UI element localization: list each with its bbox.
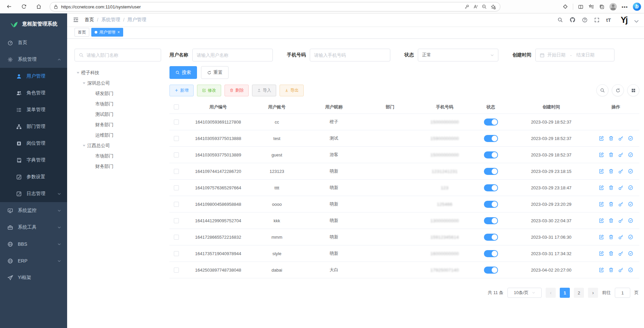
tag-home[interactable]: 首页 — [75, 28, 89, 37]
row-checkbox[interactable] — [174, 218, 179, 223]
github-icon[interactable] — [569, 17, 576, 23]
phone-input[interactable] — [314, 53, 386, 58]
collapse-sidebar-icon[interactable] — [72, 16, 79, 23]
edit-icon[interactable] — [599, 234, 604, 240]
delete-icon[interactable] — [608, 136, 614, 141]
delete-icon[interactable] — [608, 251, 614, 256]
table-row[interactable]: 1641030593775013888 test 测试 15900000000 … — [169, 130, 639, 147]
row-checkbox[interactable] — [174, 169, 179, 174]
sidebar-item-system[interactable]: 系统管理 — [0, 51, 67, 68]
assign-role-icon[interactable] — [628, 234, 633, 240]
favorite-star-icon[interactable] — [490, 4, 496, 10]
tag-user-management[interactable]: 用户管理 — [91, 28, 123, 37]
phone-field[interactable] — [310, 49, 390, 61]
reset-password-icon[interactable] — [618, 152, 624, 157]
next-page-button[interactable] — [588, 288, 598, 298]
status-toggle[interactable] — [484, 151, 498, 158]
assign-role-icon[interactable] — [628, 136, 633, 141]
row-checkbox[interactable] — [174, 235, 179, 240]
modify-button[interactable]: 修改 — [197, 85, 221, 96]
tree-node[interactable]: 研发部门 — [75, 88, 161, 99]
table-row[interactable]: 1641097576365297664 tttt 萌新 123 2023-03-… — [169, 180, 639, 196]
table-row[interactable]: 1641030593775013889 guest 游客 15000000000… — [169, 147, 639, 163]
column-settings-button[interactable] — [627, 84, 639, 96]
dept-search-box[interactable] — [75, 49, 161, 61]
date-range-picker[interactable]: 开始日期 - 结束日期 — [535, 49, 614, 61]
status-toggle[interactable] — [484, 234, 498, 241]
status-toggle[interactable] — [484, 168, 498, 175]
sidebar-item-monitoring[interactable]: 系统监控 — [0, 202, 67, 219]
tree-node[interactable]: 测试部门 — [75, 109, 161, 120]
page-button-2[interactable]: 2 — [574, 288, 584, 298]
delete-icon[interactable] — [608, 218, 614, 223]
sidebar-item-users[interactable]: 用户管理 — [0, 68, 67, 85]
sidebar-item-bbs[interactable]: BBS — [0, 236, 67, 252]
delete-button[interactable]: 删除 — [225, 85, 249, 96]
table-row[interactable]: 1641030593691127808 cc 橙子 15000000000 20… — [169, 114, 639, 130]
assign-role-icon[interactable] — [628, 267, 633, 273]
table-refresh-button[interactable] — [612, 84, 624, 96]
status-toggle[interactable] — [484, 250, 498, 257]
tree-node[interactable]: 财务部门 — [75, 161, 161, 172]
assign-role-icon[interactable] — [628, 169, 633, 174]
username-field[interactable] — [192, 49, 273, 61]
table-row[interactable]: 1641735719040978944 style 萌新 16000000000… — [169, 245, 639, 262]
table-search-toggle-button[interactable] — [596, 84, 608, 96]
add-button[interactable]: 新增 — [169, 85, 194, 96]
sidebar-item-home[interactable]: 首页 — [0, 34, 67, 51]
status-toggle[interactable] — [484, 184, 498, 191]
breadcrumb-home[interactable]: 首页 — [85, 17, 94, 23]
browser-menu-icon[interactable]: ••• — [622, 4, 628, 10]
select-all-checkbox[interactable] — [174, 104, 179, 109]
address-bar[interactable]: https://ccnetcore.com:1101/system/user — [50, 2, 500, 11]
status-toggle[interactable] — [484, 135, 498, 142]
read-aloud-icon[interactable] — [473, 4, 478, 9]
table-row[interactable]: 1642503897748738048 dabai 大白 17925007140… — [169, 262, 639, 278]
row-checkbox[interactable] — [174, 202, 179, 207]
tree-node[interactable]: 江西总公司 — [75, 140, 161, 151]
reset-password-icon[interactable] — [618, 169, 624, 174]
browser-home-button[interactable] — [33, 2, 44, 12]
page-size-select[interactable]: 10条/页 — [507, 288, 542, 298]
assign-role-icon[interactable] — [628, 251, 633, 256]
row-checkbox[interactable] — [174, 136, 179, 141]
sidebar-item-logs[interactable]: 日志管理 — [0, 185, 67, 202]
tree-node[interactable]: 市场部门 — [75, 151, 161, 161]
row-checkbox[interactable] — [174, 185, 179, 190]
browser-refresh-button[interactable] — [18, 2, 30, 12]
status-select[interactable]: 正常 — [418, 49, 498, 61]
edit-icon[interactable] — [599, 201, 604, 207]
delete-icon[interactable] — [608, 267, 614, 273]
goto-page-input[interactable] — [615, 288, 630, 298]
reset-button[interactable]: 重置 — [201, 66, 229, 79]
reset-password-icon[interactable] — [618, 234, 624, 240]
status-toggle[interactable] — [484, 267, 498, 274]
export-button[interactable]: 导出 — [280, 85, 304, 96]
help-icon[interactable] — [582, 17, 588, 23]
zoom-out-icon[interactable] — [482, 4, 487, 9]
edit-icon[interactable] — [599, 185, 604, 190]
font-size-icon[interactable]: tT — [606, 17, 611, 23]
edit-icon[interactable] — [599, 267, 604, 273]
sidebar-item-departments[interactable]: 部门管理 — [0, 118, 67, 135]
collections-icon[interactable] — [599, 4, 605, 10]
table-row[interactable]: 1641098004586958848 oooo 萌新 125466 2023-… — [169, 196, 639, 213]
delete-icon[interactable] — [608, 201, 614, 207]
row-checkbox[interactable] — [174, 152, 179, 157]
end-date-placeholder[interactable]: 结束日期 — [577, 52, 595, 58]
delete-icon[interactable] — [608, 152, 614, 157]
tree-node[interactable]: 深圳总公司 — [75, 78, 161, 88]
status-toggle[interactable] — [484, 119, 498, 126]
tree-expand-caret[interactable] — [77, 72, 80, 74]
delete-icon[interactable] — [608, 234, 614, 240]
row-checkbox[interactable] — [174, 120, 179, 125]
import-button[interactable]: 导入 — [252, 85, 276, 96]
assign-role-icon[interactable] — [628, 185, 633, 190]
prev-page-button[interactable] — [546, 288, 556, 298]
delete-icon[interactable] — [608, 169, 614, 174]
row-checkbox[interactable] — [174, 251, 179, 256]
sidebar-item-yi-framework[interactable]: Yi框架 — [0, 269, 67, 286]
edit-icon[interactable] — [599, 251, 604, 256]
sidebar-item-erp[interactable]: ERP — [0, 252, 67, 269]
search-button[interactable]: 搜索 — [169, 66, 197, 79]
